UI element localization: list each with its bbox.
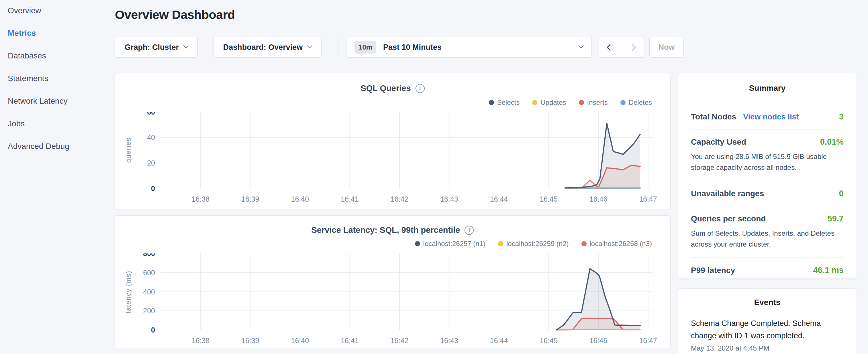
- sql-queries-chart-card: SQL Queries i SelectsUpdatesInsertsDelet…: [115, 73, 671, 209]
- summary-row-p99: P99 latency 46.1 ms: [691, 257, 844, 283]
- chevron-down-icon: [307, 43, 312, 48]
- legend-label: localhost:26259 (n2): [506, 240, 568, 248]
- graph-scope-dropdown[interactable]: Graph: Cluster: [115, 37, 198, 58]
- chart-legend: localhost:26257 (n1)localhost:26259 (n2)…: [402, 240, 652, 248]
- sidebar-item-network-latency[interactable]: Network Latency: [8, 96, 111, 106]
- x-tick-label: 16:42: [391, 195, 409, 203]
- sidebar: Overview Metrics Databases Statements Ne…: [8, 5, 111, 164]
- legend-dot-icon: [579, 100, 584, 105]
- x-tick-label: 16:40: [291, 195, 309, 203]
- sidebar-item-metrics[interactable]: Metrics: [8, 28, 111, 39]
- legend-item[interactable]: Deletes: [620, 99, 652, 106]
- summary-title: Summary: [691, 84, 844, 93]
- y-tick-label: 60: [147, 112, 155, 116]
- x-tick-label: 16:39: [241, 195, 259, 203]
- chart-title: SQL Queries: [361, 84, 411, 93]
- chart-legend: SelectsUpdatesInsertsDeletes: [476, 99, 652, 106]
- x-tick-label: 16:40: [291, 336, 309, 345]
- service-latency-chart-card: Service Latency: SQL, 99th percentile i …: [115, 215, 671, 349]
- qps-desc: Sum of Selects, Updates, Inserts, and De…: [691, 228, 844, 250]
- y-tick-label: 600: [143, 269, 155, 277]
- summary-rows: Total Nodes View nodes list 3 Capacity U…: [691, 104, 844, 283]
- unavailable-ranges-value: 0: [839, 189, 844, 198]
- p99-latency-label: P99 latency: [691, 266, 735, 275]
- legend-item[interactable]: Inserts: [579, 99, 608, 106]
- chevron-left-icon: [607, 44, 613, 51]
- info-icon[interactable]: i: [415, 84, 425, 93]
- legend-dot-icon: [582, 241, 587, 246]
- event-text: Schema Change Completed: Schema change w…: [691, 317, 844, 342]
- events-panel: Events Schema Change Completed: Schema c…: [678, 288, 857, 354]
- sidebar-item-jobs[interactable]: Jobs: [8, 118, 111, 129]
- x-tick-label: 16:44: [490, 336, 508, 345]
- x-tick-label: 16:43: [440, 195, 458, 203]
- now-button[interactable]: Now: [649, 37, 684, 58]
- summary-row-qps: Queries per second 59.7 Sum of Selects, …: [691, 206, 844, 257]
- sidebar-item-databases[interactable]: Databases: [8, 51, 111, 61]
- x-tick-label: 16:44: [490, 195, 508, 203]
- page-title: Overview Dashboard: [115, 8, 235, 22]
- qps-value: 59.7: [828, 214, 844, 223]
- event-item[interactable]: Schema Change Completed: Schema change w…: [691, 317, 844, 352]
- time-window-badge: 10m: [354, 41, 376, 54]
- y-tick-label: 20: [147, 159, 155, 167]
- legend-dot-icon: [489, 100, 494, 105]
- capacity-desc: You are using 28.6 MiB of 515.9 GiB usab…: [691, 151, 844, 173]
- legend-label: Inserts: [587, 99, 608, 106]
- y-tick-label: 800: [143, 254, 155, 257]
- x-tick-label: 16:45: [539, 195, 558, 203]
- legend-label: Selects: [497, 99, 520, 106]
- summary-row-total-nodes: Total Nodes View nodes list 3: [691, 104, 844, 129]
- x-tick-label: 16:38: [192, 195, 210, 203]
- legend-dot-icon: [415, 241, 420, 246]
- legend-label: Deletes: [629, 99, 652, 106]
- capacity-value: 0.01%: [820, 137, 844, 147]
- total-nodes-value: 3: [839, 112, 844, 122]
- time-nav-group: [599, 37, 644, 58]
- x-tick-label: 16:41: [341, 195, 359, 203]
- chart-title-row: SQL Queries i: [115, 84, 670, 93]
- capacity-label: Capacity Used: [691, 137, 746, 147]
- dashboard-dropdown[interactable]: Dashboard: Overview: [213, 37, 321, 58]
- time-window-selector[interactable]: 10m Past 10 Minutes: [346, 37, 592, 58]
- time-prev-button[interactable]: [599, 37, 621, 57]
- qps-label: Queries per second: [691, 214, 766, 223]
- x-tick-label: 16:47: [639, 336, 657, 345]
- time-next-button[interactable]: [621, 37, 644, 57]
- summary-row-capacity: Capacity Used 0.01% You are using 28.6 M…: [691, 129, 844, 181]
- unavailable-ranges-label: Unavailable ranges: [691, 189, 764, 198]
- chevron-right-icon: [629, 44, 636, 51]
- chart-title: Service Latency: SQL, 99th percentile: [311, 225, 460, 235]
- x-tick-label: 16:38: [192, 336, 210, 345]
- dashboard-label: Dashboard: Overview: [223, 43, 303, 52]
- chart-canvas[interactable]: 16:3816:3916:4016:4116:4216:4316:4416:45…: [115, 254, 659, 347]
- y-tick-label: 200: [143, 307, 155, 315]
- legend-item[interactable]: localhost:26257 (n1): [415, 240, 486, 248]
- legend-item[interactable]: Selects: [489, 99, 520, 106]
- legend-label: localhost:26258 (n3): [590, 240, 652, 248]
- view-nodes-list-link[interactable]: View nodes list: [743, 112, 799, 122]
- series-area: [557, 269, 640, 330]
- sidebar-item-advanced-debug[interactable]: Advanced Debug: [8, 141, 111, 152]
- chart-canvas[interactable]: 16:3816:3916:4016:4116:4216:4316:4416:45…: [115, 112, 659, 205]
- legend-label: localhost:26257 (n1): [423, 240, 486, 248]
- event-time: May 13, 2020 at 4:45 PM: [691, 344, 844, 352]
- y-tick-label: 40: [147, 133, 155, 141]
- chevron-down-icon: [183, 43, 188, 48]
- info-icon[interactable]: i: [465, 226, 474, 235]
- legend-item[interactable]: Updates: [532, 99, 566, 106]
- x-tick-label: 16:39: [241, 336, 259, 345]
- x-tick-label: 16:41: [341, 336, 359, 345]
- y-tick-label: 0: [151, 326, 155, 334]
- summary-panel: Summary Total Nodes View nodes list 3 Ca…: [678, 73, 857, 279]
- sidebar-item-statements[interactable]: Statements: [8, 73, 111, 84]
- x-tick-label: 16:47: [639, 195, 657, 203]
- sidebar-item-overview[interactable]: Overview: [8, 5, 111, 16]
- x-tick-label: 16:45: [539, 336, 558, 345]
- legend-item[interactable]: localhost:26259 (n2): [498, 240, 568, 248]
- y-tick-label: 0: [151, 185, 155, 192]
- x-tick-label: 16:43: [440, 336, 458, 345]
- time-window-label: Past 10 Minutes: [383, 43, 442, 52]
- summary-row-unavailable-ranges: Unavailable ranges 0: [691, 181, 844, 206]
- legend-item[interactable]: localhost:26258 (n3): [582, 240, 652, 248]
